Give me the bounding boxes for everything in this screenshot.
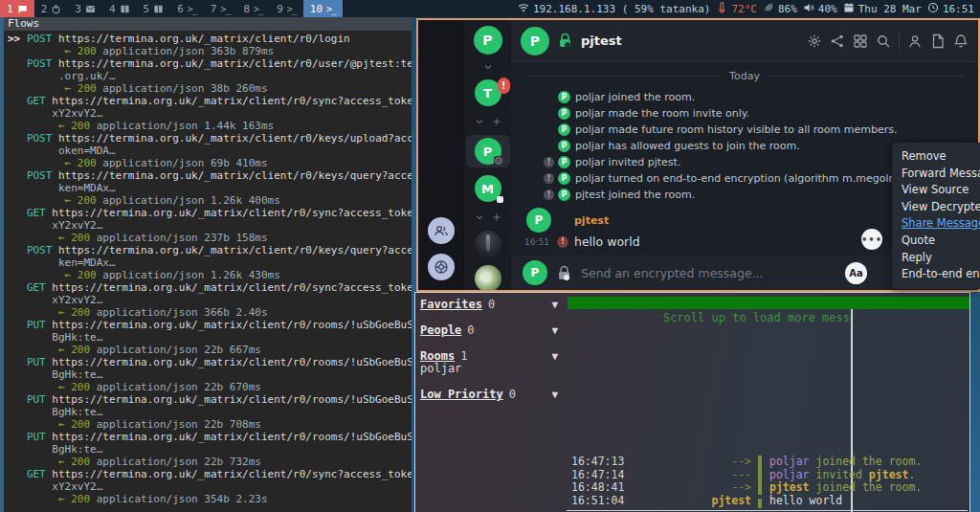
section-header[interactable]: People0▼	[420, 324, 564, 337]
flow-url: https://termina.org.uk/_matrix/client/r0…	[46, 207, 412, 219]
room-avatar-photo[interactable]	[475, 265, 501, 292]
message-input[interactable]: Send an encrypted message...	[581, 266, 835, 280]
flow-method: PUT	[27, 431, 46, 443]
flow-entry[interactable]: GET https://termina.org.uk/_matrix/clien…	[8, 281, 412, 319]
flow-url: https://termina.org.uk/_matrix/client/r0…	[46, 281, 412, 294]
feather-icon	[763, 2, 774, 16]
menu-item-quote[interactable]: Quote	[902, 233, 980, 250]
workspace-4[interactable]: 4	[102, 0, 137, 17]
workspace-list: 123456>_7>_8>_9>_10>_	[0, 0, 343, 17]
room-avatar-p[interactable]: P☺	[475, 138, 501, 165]
collapse-triangle-icon[interactable]: ▼	[551, 324, 558, 337]
flow-entry[interactable]: PUT https://termina.org.uk/_matrix/clien…	[8, 319, 412, 356]
terminal-message: 16:51:04pjtesthello world	[571, 495, 849, 508]
event-avatar: P	[558, 107, 570, 120]
gear-icon[interactable]	[807, 33, 822, 49]
timeline-event[interactable]: Ppoljar joined the room.	[511, 89, 978, 105]
chevron-down-icon[interactable]	[475, 208, 484, 226]
flow-entry[interactable]: GET https://termina.org.uk/_matrix/clien…	[8, 207, 412, 244]
collapse-triangle-icon[interactable]: ▼	[551, 350, 558, 363]
menu-item-end-to-end-encry[interactable]: End-to-end encry	[902, 266, 980, 283]
terminal-text: hello world	[769, 495, 842, 508]
lifebuoy-icon	[434, 259, 449, 275]
flow-cursor	[8, 207, 27, 219]
workspace-9[interactable]: 9>_	[270, 0, 303, 17]
flow-entry[interactable]: GET https://termina.org.uk/_matrix/clien…	[8, 95, 412, 132]
people-icon	[434, 223, 449, 238]
section-header[interactable]: Favorites0▼	[420, 299, 564, 311]
workspace-3[interactable]: 3	[68, 0, 102, 17]
search-icon[interactable]	[876, 33, 891, 49]
workspace-5[interactable]: 5	[137, 0, 171, 17]
room-entry[interactable]: poljar	[420, 363, 564, 375]
workspace-number: 10	[310, 3, 323, 15]
flow-request-line: PUT https://termina.org.uk/_matrix/clien…	[8, 393, 412, 406]
event-avatar: P	[558, 140, 570, 152]
flow-cursor	[8, 244, 27, 256]
help-fab-button[interactable]	[428, 254, 455, 280]
room-avatar-m[interactable]: M	[475, 175, 501, 202]
flow-url-wrap: BgHk:te…	[8, 443, 412, 456]
flow-list[interactable]: >> POST https://termina.org.uk/_matrix/c…	[4, 31, 412, 505]
menu-item-share-message[interactable]: Share Message	[902, 215, 980, 233]
flow-meta: application/json 354b 2.23s	[90, 493, 267, 505]
chevron-down-icon[interactable]	[483, 62, 493, 72]
workspace-2[interactable]: 2	[34, 0, 69, 17]
flow-entry[interactable]: GET https://termina.org.uk/_matrix/clien…	[8, 468, 412, 505]
menu-item-remove[interactable]: Remove	[902, 148, 980, 166]
room-avatar-t[interactable]: T!	[475, 79, 501, 106]
account-avatar[interactable]: P	[474, 26, 502, 55]
workspace-6[interactable]: 6>_	[170, 0, 204, 17]
wifi-icon	[518, 2, 529, 16]
room-avatar-tower[interactable]	[475, 231, 501, 257]
file-icon[interactable]	[930, 33, 946, 49]
flow-request-line: POST https://termina.org.uk/_matrix/clie…	[8, 169, 412, 182]
menu-item-forward-message[interactable]: Forward Message	[902, 166, 980, 183]
menu-item-view-source[interactable]: View Source	[902, 182, 980, 199]
room-header: P pjtest	[511, 20, 978, 62]
flow-entry[interactable]: POST https://termina.org.uk/_matrix/clie…	[8, 57, 412, 95]
flow-entry[interactable]: PUT https://termina.org.uk/_matrix/clien…	[8, 356, 412, 393]
flow-entry[interactable]: POST https://termina.org.uk/_matrix/clie…	[8, 169, 412, 207]
collapse-triangle-icon[interactable]: ▼	[551, 389, 558, 401]
timeline-event[interactable]: Ppoljar made future room history visible…	[511, 122, 978, 138]
profile-icon[interactable]	[907, 33, 923, 49]
workspace-8[interactable]: 8>_	[236, 0, 270, 17]
unread-dot	[497, 196, 503, 203]
share-icon[interactable]	[830, 33, 845, 49]
terminal-sender: pjtest	[631, 495, 758, 508]
flow-url: https://termina.org.uk/_matrix/client/r0…	[46, 468, 412, 480]
menu-item-view-decrypted-s[interactable]: View Decrypted S	[902, 199, 980, 216]
timeline-event[interactable]: Ppoljar made the room invite only.	[511, 105, 978, 122]
sender-avatar[interactable]: P	[526, 208, 551, 233]
add-room-icon[interactable]	[492, 112, 501, 130]
collapse-triangle-icon[interactable]: ▼	[551, 299, 558, 311]
flow-entry[interactable]: PUT https://termina.org.uk/_matrix/clien…	[8, 393, 412, 431]
section-header[interactable]: Low Priority0▼	[420, 389, 564, 401]
grid-icon[interactable]	[853, 33, 868, 49]
flow-cursor: >>	[8, 33, 27, 45]
room-section-low-priority: Low Priority0▼	[420, 389, 564, 401]
section-count: 0	[509, 389, 516, 401]
flow-entry[interactable]: POST https://termina.org.uk/_matrix/clie…	[8, 132, 412, 169]
workspace-7[interactable]: 7>_	[204, 0, 237, 17]
workspace-10[interactable]: 10>_	[303, 0, 343, 17]
people-fab-button[interactable]	[428, 217, 455, 244]
add-room-icon[interactable]	[492, 208, 501, 226]
flow-entry[interactable]: POST https://termina.org.uk/_matrix/clie…	[8, 244, 412, 281]
flow-cursor	[8, 356, 27, 368]
workspace-1[interactable]: 1	[0, 0, 34, 17]
sender-divider-bar	[758, 481, 762, 495]
message-options-button[interactable]: •••	[861, 229, 882, 250]
terminal-sender: ---	[631, 469, 758, 482]
room-avatar[interactable]: P	[521, 27, 549, 56]
bell-icon[interactable]	[953, 33, 969, 49]
mitmproxy-title: Flows	[4, 17, 412, 31]
flow-entry[interactable]: >> POST https://termina.org.uk/_matrix/c…	[8, 33, 412, 57]
flow-url: https://termina.org.uk/_matrix/client/r0…	[52, 169, 412, 182]
flow-request-line: GET https://termina.org.uk/_matrix/clien…	[8, 207, 412, 219]
menu-item-reply[interactable]: Reply	[902, 250, 980, 267]
chevron-down-icon[interactable]	[475, 112, 484, 130]
format-button[interactable]: Aa	[845, 262, 867, 284]
flow-entry[interactable]: PUT https://termina.org.uk/_matrix/clien…	[8, 431, 412, 468]
